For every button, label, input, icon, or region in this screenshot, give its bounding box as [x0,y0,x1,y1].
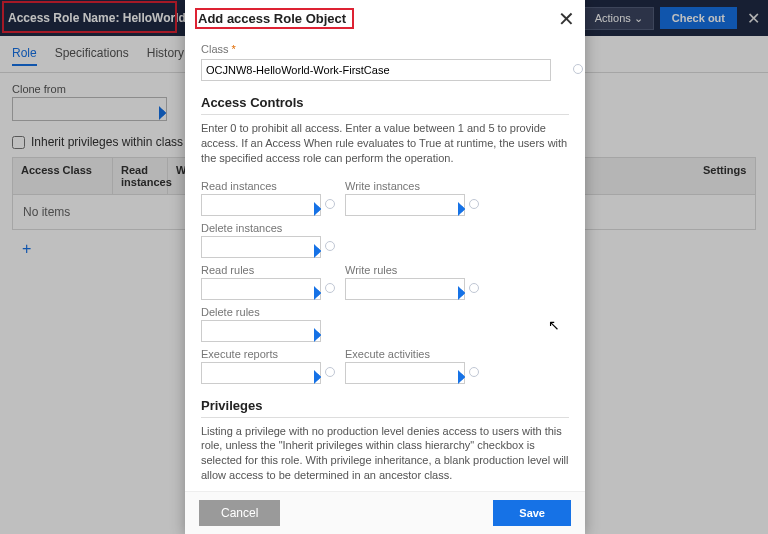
open-icon[interactable] [325,283,335,293]
open-icon[interactable] [325,367,335,377]
delete-instances-input[interactable] [201,236,321,258]
read-rules-input[interactable] [201,278,321,300]
open-icon[interactable] [469,283,479,293]
execute-reports-label: Execute reports [201,348,321,360]
highlight-box-modal-title: Add access Role Object [195,8,354,29]
open-icon[interactable] [469,199,479,209]
save-button[interactable]: Save [493,500,571,526]
read-instances-label: Read instances [201,180,321,192]
modal-close-icon[interactable]: ✕ [558,9,575,29]
write-rules-label: Write rules [345,264,465,276]
modal-title: Add access Role Object [198,11,346,26]
delete-rules-input[interactable] [201,320,321,342]
execute-activities-label: Execute activities [345,348,465,360]
access-controls-help: Enter 0 to prohibit all access. Enter a … [201,121,569,166]
execute-activities-input[interactable] [345,362,465,384]
privileges-heading: Privileges [201,398,569,418]
open-icon[interactable] [573,64,583,74]
delete-instances-label: Delete instances [201,222,321,234]
open-icon[interactable] [325,199,335,209]
delete-rules-label: Delete rules [201,306,321,318]
access-controls-heading: Access Controls [201,95,569,115]
read-instances-input[interactable] [201,194,321,216]
modal-body: Class Access Controls Enter 0 to prohibi… [185,37,585,491]
write-instances-input[interactable] [345,194,465,216]
write-instances-label: Write instances [345,180,465,192]
write-rules-input[interactable] [345,278,465,300]
class-input[interactable] [201,59,551,81]
open-icon[interactable] [469,367,479,377]
privileges-help: Listing a privilege with no production l… [201,424,569,483]
read-rules-label: Read rules [201,264,321,276]
class-label: Class [201,43,569,55]
open-icon[interactable] [325,241,335,251]
add-access-role-modal: Add access Role Object ✕ Class Access Co… [185,0,585,534]
cancel-button[interactable]: Cancel [199,500,280,526]
execute-reports-input[interactable] [201,362,321,384]
